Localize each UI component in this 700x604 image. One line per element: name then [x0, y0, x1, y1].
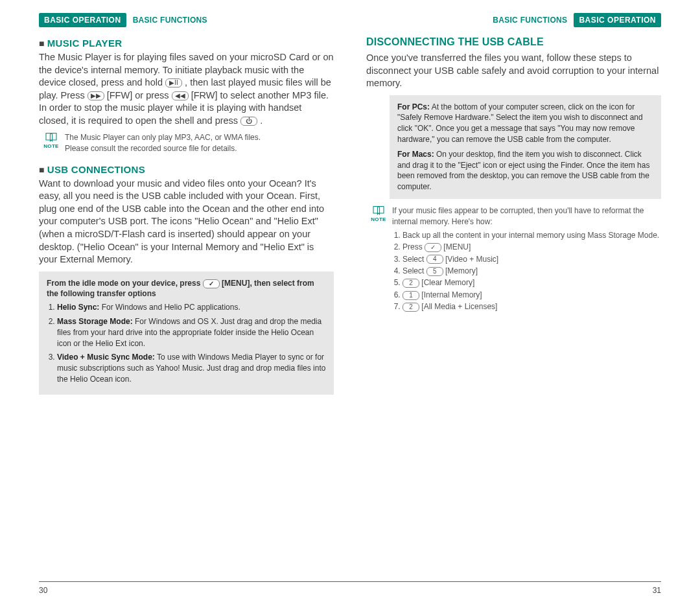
usb-connections-body: Want to download your music and video fi…	[39, 178, 334, 266]
note-intro: If your music files appear to be corrupt…	[392, 206, 644, 226]
option-helio-sync: Helio Sync: For Windows and Helio PC app…	[57, 302, 326, 313]
step-6: 1 [Internal Memory]	[402, 290, 661, 301]
step-4: Select 5 [Memory]	[402, 266, 661, 277]
disconnect-body: Once you've transferred the files you wa…	[366, 52, 661, 90]
option-mass-storage: Mass Storage Mode: For Windows and OS X.…	[57, 316, 326, 349]
header-left: BASIC OPERATION BASIC FUNCTIONS	[39, 13, 334, 27]
rewind-icon: ◀◀	[172, 91, 189, 100]
heading-disconnect-usb: DISCONNECTING THE USB CABLE	[366, 36, 661, 48]
disconnect-instructions-box: For PCs: At the bottom of your computer …	[390, 95, 661, 199]
transfer-options-box: From the idle mode on your device, press…	[39, 272, 334, 395]
note-icon: NOTE	[370, 205, 387, 224]
for-macs: For Macs: On your desktop, find the item…	[397, 149, 653, 192]
step-5: 2 [Clear Memory]	[402, 277, 661, 288]
option-video-music-sync: Video + Music Sync Mode: To use with Win…	[57, 352, 326, 384]
key-2-icon: 2	[402, 279, 419, 288]
key-1-icon: 1	[402, 291, 419, 300]
page-number-right: 31	[653, 586, 661, 595]
note-reformat: NOTE If your music files appear to be co…	[370, 205, 661, 314]
step-1: Back up all the content in your internal…	[402, 230, 661, 241]
page-left: BASIC OPERATION BASIC FUNCTIONS ■MUSIC P…	[39, 13, 334, 401]
badge-basic-operation-r: BASIC OPERATION	[574, 13, 661, 27]
step-3: Select 4 [Video + Music]	[402, 254, 661, 265]
fast-forward-icon: ▶▶	[88, 91, 104, 100]
key-2-icon: 2	[402, 303, 419, 312]
badge-basic-operation: BASIC OPERATION	[39, 13, 126, 27]
note-icon: NOTE	[43, 132, 60, 150]
end-key-icon: ⏻	[240, 117, 257, 126]
footer-rule	[39, 581, 661, 582]
key-4-icon: 4	[426, 255, 443, 264]
menu-key-icon: ✓	[425, 243, 441, 252]
step-2: Press ✓ [MENU]	[402, 242, 661, 253]
note-music-player: NOTE The Music Player can only play MP3,…	[43, 132, 334, 153]
note-line-1: The Music Player can only play MP3, AAC,…	[65, 133, 261, 142]
key-5-icon: 5	[426, 267, 443, 276]
for-pcs: For PCs: At the bottom of your computer …	[397, 102, 653, 145]
transfer-options-lead: From the idle mode on your device, press…	[47, 278, 326, 300]
music-player-body: The Music Player is for playing files sa…	[39, 51, 334, 127]
heading-usb-connections: ■USB CONNECTIONS	[39, 164, 334, 175]
play-pause-icon: ▶II	[165, 78, 182, 87]
header-right: BASIC FUNCTIONS BASIC OPERATION	[366, 13, 661, 27]
crumb-basic-functions-r: BASIC FUNCTIONS	[493, 16, 567, 25]
step-7: 2 [All Media + Licenses]	[402, 301, 661, 312]
crumb-basic-functions: BASIC FUNCTIONS	[133, 16, 207, 25]
heading-music-player: ■MUSIC PLAYER	[39, 38, 334, 49]
page-right: BASIC FUNCTIONS BASIC OPERATION DISCONNE…	[366, 13, 661, 401]
page-number-left: 30	[39, 586, 47, 595]
menu-key-icon: ✓	[203, 279, 220, 288]
note-line-2: Please consult the recorded source file …	[65, 144, 237, 153]
